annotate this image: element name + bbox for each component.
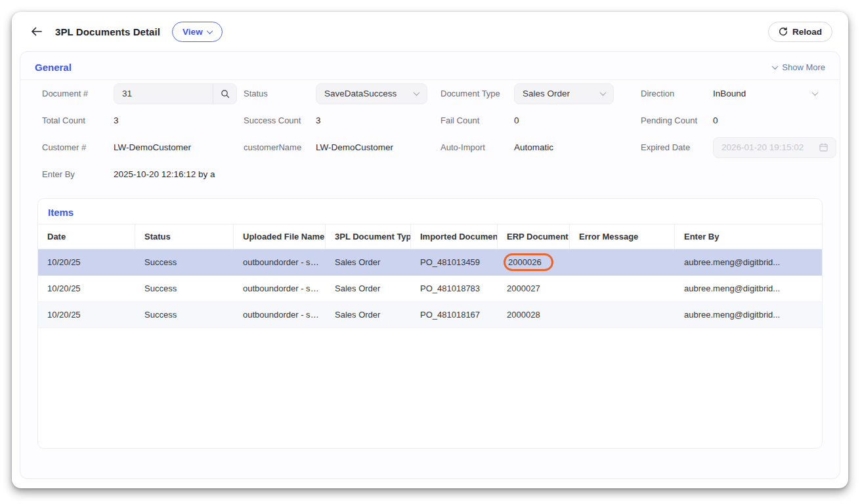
- page-title: 3PL Documents Detail: [55, 26, 160, 37]
- cell-status: Success: [135, 310, 234, 320]
- col-status[interactable]: Status: [135, 224, 234, 249]
- general-panel: General Show More Document # 31 Status: [20, 51, 840, 479]
- total-count-value: 3: [114, 116, 244, 125]
- view-button-label: View: [183, 27, 203, 37]
- view-button[interactable]: View: [172, 22, 223, 42]
- pending-count-value: 0: [713, 116, 825, 125]
- calendar-icon: [819, 143, 828, 152]
- col-imported-document[interactable]: Imported Document #: [411, 224, 498, 249]
- fail-count-label: Fail Count: [441, 116, 514, 125]
- success-count-label: Success Count: [244, 116, 316, 125]
- arrow-left-icon: [31, 26, 43, 37]
- col-error-message[interactable]: Error Message: [570, 224, 675, 249]
- document-number-label: Document #: [42, 89, 114, 98]
- col-erp-document[interactable]: ERP Document #: [498, 224, 570, 249]
- document-type-label: Document Type: [441, 89, 514, 98]
- cell-date: 10/20/25: [38, 257, 135, 267]
- direction-label: Direction: [641, 89, 713, 98]
- items-card: Items Date Status Uploaded File Name 3PL…: [37, 198, 823, 449]
- form-row-4: Enter By 2025-10-20 12:16:12 by a: [20, 161, 840, 188]
- chevron-down-icon: [206, 28, 213, 34]
- reload-icon: [779, 27, 788, 36]
- cell-status: Success: [135, 257, 234, 267]
- form-row-1: Document # 31 Status SaveDataSuccess Doc…: [20, 80, 840, 107]
- status-label: Status: [244, 89, 316, 98]
- cell-enter-by: aubree.meng@digitbrid...: [675, 310, 822, 320]
- general-header: General Show More: [20, 52, 840, 80]
- total-count-label: Total Count: [42, 116, 114, 125]
- items-table-header: Date Status Uploaded File Name 3PL Docum…: [38, 224, 822, 249]
- expired-date-value: 2026-01-20 19:15:02: [721, 142, 804, 152]
- table-row[interactable]: 10/20/25 Success outboundorder - sa... S…: [38, 302, 822, 328]
- reload-button-label: Reload: [792, 27, 822, 37]
- direction-value: InBound: [713, 89, 746, 98]
- col-uploaded-file-name[interactable]: Uploaded File Name: [234, 224, 326, 249]
- auto-import-label: Auto-Import: [441, 142, 514, 152]
- reload-button[interactable]: Reload: [768, 22, 832, 42]
- form-row-3: Customer # LW-DemoCustomer customerName …: [20, 134, 840, 161]
- cell-3pl-document-type: Sales Order: [326, 284, 411, 293]
- top-bar: 3PL Documents Detail View Reload: [12, 12, 848, 51]
- customer-name-value: LW-DemoCustomer: [316, 142, 441, 152]
- chevron-down-icon: [812, 89, 819, 96]
- cell-uploaded-file-name: outboundorder - sa...: [234, 310, 326, 320]
- table-row[interactable]: 10/20/25 Success outboundorder - sa... S…: [38, 249, 822, 276]
- document-number-input[interactable]: 31: [114, 83, 237, 104]
- items-title: Items: [38, 199, 822, 224]
- cell-imported-document: PO_481018167: [411, 310, 498, 320]
- expired-date-input[interactable]: 2026-01-20 19:15:02: [713, 137, 836, 158]
- cell-date: 10/20/25: [38, 310, 135, 320]
- chevron-down-icon: [414, 89, 420, 96]
- cell-imported-document: PO_481018783: [411, 284, 498, 293]
- expired-date-label: Expired Date: [641, 142, 713, 152]
- enter-by-label: Enter By: [42, 169, 114, 179]
- table-row[interactable]: 10/20/25 Success outboundorder - sa... S…: [38, 276, 822, 302]
- success-count-value: 3: [316, 116, 441, 125]
- customer-number-label: Customer #: [42, 142, 114, 152]
- col-3pl-document-type[interactable]: 3PL Document Type: [326, 224, 411, 249]
- pending-count-label: Pending Count: [641, 116, 713, 125]
- cell-status: Success: [135, 284, 234, 293]
- back-button[interactable]: [28, 22, 46, 41]
- col-date[interactable]: Date: [38, 224, 135, 249]
- general-title: General: [35, 62, 72, 73]
- cell-imported-document: PO_481013459: [411, 257, 498, 267]
- cell-enter-by: aubree.meng@digitbrid...: [675, 284, 822, 293]
- document-type-select[interactable]: Sales Order: [514, 83, 614, 104]
- cell-uploaded-file-name: outboundorder - sa...: [234, 257, 326, 267]
- form-row-2: Total Count 3 Success Count 3 Fail Count…: [20, 107, 840, 134]
- status-value: SaveDataSuccess: [324, 89, 397, 98]
- cell-3pl-document-type: Sales Order: [326, 257, 411, 267]
- col-enter-by[interactable]: Enter By: [675, 224, 822, 249]
- chevron-down-icon: [772, 63, 779, 70]
- document-type-value: Sales Order: [523, 89, 570, 98]
- app-window: 3PL Documents Detail View Reload General…: [12, 12, 848, 488]
- direction-select[interactable]: InBound: [713, 89, 825, 98]
- enter-by-value: 2025-10-20 12:16:12 by a: [114, 169, 244, 179]
- customer-number-value: LW-DemoCustomer: [114, 142, 244, 152]
- chevron-down-icon: [600, 89, 607, 96]
- cell-enter-by: aubree.meng@digitbrid...: [675, 257, 822, 267]
- customer-name-label: customerName: [244, 142, 316, 152]
- items-table: Date Status Uploaded File Name 3PL Docum…: [38, 224, 822, 328]
- status-select[interactable]: SaveDataSuccess: [316, 83, 427, 104]
- search-icon[interactable]: [213, 84, 236, 104]
- fail-count-value: 0: [514, 116, 641, 125]
- auto-import-value: Automatic: [514, 142, 641, 152]
- cell-erp-document: 2000026: [498, 253, 570, 271]
- cell-erp-document: 2000027: [498, 284, 570, 293]
- show-more-button[interactable]: Show More: [773, 62, 825, 72]
- show-more-label: Show More: [782, 62, 825, 72]
- document-number-value: 31: [114, 89, 213, 98]
- cell-uploaded-file-name: outboundorder - sa...: [234, 284, 326, 293]
- annotation-highlight: 2000026: [504, 253, 553, 271]
- cell-erp-document: 2000028: [498, 310, 570, 320]
- cell-3pl-document-type: Sales Order: [326, 310, 411, 320]
- cell-date: 10/20/25: [38, 284, 135, 293]
